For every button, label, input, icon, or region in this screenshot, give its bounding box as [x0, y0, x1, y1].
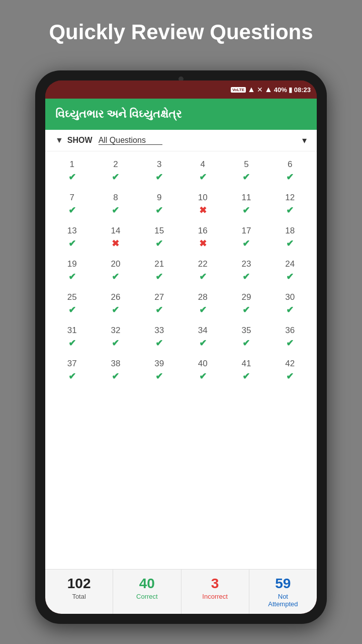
- chevron-down-icon: ▾: [302, 135, 307, 146]
- not-attempted-label: Not Attempted: [268, 593, 298, 608]
- question-number: 11: [242, 193, 251, 203]
- check-icon: ✔: [155, 338, 163, 349]
- check-icon: ✔: [155, 371, 163, 382]
- question-number: 14: [111, 226, 121, 236]
- check-icon: ✔: [112, 338, 119, 349]
- question-number: 16: [198, 226, 208, 236]
- question-cell-24[interactable]: 24✔: [268, 255, 312, 286]
- check-icon: ✔: [242, 338, 250, 349]
- check-icon: ✔: [242, 371, 250, 382]
- question-number: 2: [113, 159, 118, 170]
- question-number: 22: [198, 259, 208, 269]
- question-cell-41[interactable]: 41✔: [225, 355, 268, 386]
- check-icon: ✔: [199, 172, 207, 183]
- question-cell-15[interactable]: 15✔: [137, 222, 181, 253]
- check-icon: ✔: [68, 371, 76, 382]
- cross-icon: ✖: [199, 238, 207, 249]
- question-number: 38: [111, 359, 121, 369]
- grid-row: 19✔20✔21✔22✔23✔24✔: [50, 255, 312, 286]
- check-icon: ✔: [199, 371, 207, 382]
- question-cell-3[interactable]: 3✔: [137, 155, 181, 187]
- check-icon: ✔: [155, 172, 163, 183]
- question-number: 1: [70, 159, 74, 170]
- question-cell-9[interactable]: 9✔: [137, 189, 181, 220]
- question-cell-20[interactable]: 20✔: [94, 255, 138, 286]
- question-cell-10[interactable]: 10✖: [181, 189, 225, 220]
- question-number: 42: [285, 359, 295, 369]
- question-cell-31[interactable]: 31✔: [50, 321, 94, 353]
- question-cell-30[interactable]: 30✔: [268, 288, 312, 319]
- question-cell-12[interactable]: 12✔: [268, 189, 312, 220]
- question-number: 31: [67, 326, 77, 336]
- cross-icon: ✖: [199, 205, 207, 216]
- question-cell-39[interactable]: 39✔: [137, 355, 181, 386]
- question-number: 23: [242, 259, 251, 269]
- question-number: 15: [154, 226, 164, 236]
- question-cell-17[interactable]: 17✔: [225, 222, 268, 253]
- question-cell-28[interactable]: 28✔: [181, 288, 225, 319]
- incorrect-count: 3: [211, 576, 219, 592]
- question-cell-1[interactable]: 1✔: [50, 155, 94, 187]
- question-cell-19[interactable]: 19✔: [50, 255, 94, 286]
- signal-x-icon: ✕: [257, 86, 263, 94]
- status-bar: VoLTE ▲ ✕ ▲ 40% ▮ 08:23: [45, 80, 317, 99]
- question-cell-7[interactable]: 7✔: [50, 189, 94, 220]
- question-number: 39: [154, 359, 164, 369]
- question-cell-14[interactable]: 14✖: [94, 222, 138, 253]
- question-cell-25[interactable]: 25✔: [50, 288, 94, 319]
- summary-bar: 102 Total 40 Correct 3 Incorrect 59 Not …: [45, 569, 317, 614]
- question-number: 5: [244, 159, 248, 170]
- question-cell-32[interactable]: 32✔: [94, 321, 138, 353]
- question-cell-11[interactable]: 11✔: [225, 189, 268, 220]
- question-cell-27[interactable]: 27✔: [137, 288, 181, 319]
- question-cell-36[interactable]: 36✔: [268, 321, 312, 353]
- question-cell-4[interactable]: 4✔: [181, 155, 225, 187]
- question-cell-37[interactable]: 37✔: [50, 355, 94, 386]
- question-number: 29: [242, 292, 251, 302]
- question-cell-13[interactable]: 13✔: [50, 222, 94, 253]
- question-cell-18[interactable]: 18✔: [268, 222, 312, 253]
- check-icon: ✔: [112, 172, 119, 183]
- grid-row: 7✔8✔9✔10✖11✔12✔: [50, 189, 312, 220]
- question-cell-5[interactable]: 5✔: [225, 155, 268, 187]
- question-number: 17: [242, 226, 251, 236]
- app-header-title: વિઘ્યુતભાર અને વિઘ્યુતક્ષેત્ર: [55, 108, 307, 121]
- question-number: 28: [198, 292, 208, 302]
- not-attempted-summary: 59 Not Attempted: [249, 570, 317, 614]
- question-cell-33[interactable]: 33✔: [137, 321, 181, 353]
- question-cell-2[interactable]: 2✔: [94, 155, 138, 187]
- check-icon: ✔: [242, 172, 250, 183]
- check-icon: ✔: [68, 238, 76, 249]
- cross-icon: ✖: [112, 238, 119, 249]
- question-cell-23[interactable]: 23✔: [225, 255, 268, 286]
- check-icon: ✔: [242, 205, 250, 216]
- check-icon: ✔: [199, 271, 207, 282]
- question-cell-29[interactable]: 29✔: [225, 288, 268, 319]
- check-icon: ✔: [68, 271, 76, 282]
- check-icon: ✔: [155, 205, 163, 216]
- question-cell-21[interactable]: 21✔: [137, 255, 181, 286]
- total-count: 102: [67, 576, 91, 592]
- question-cell-35[interactable]: 35✔: [225, 321, 268, 353]
- question-cell-8[interactable]: 8✔: [94, 189, 138, 220]
- question-number: 36: [285, 326, 295, 336]
- question-cell-22[interactable]: 22✔: [181, 255, 225, 286]
- question-cell-40[interactable]: 40✔: [181, 355, 225, 386]
- question-cell-42[interactable]: 42✔: [268, 355, 312, 386]
- check-icon: ✔: [199, 304, 207, 315]
- question-cell-34[interactable]: 34✔: [181, 321, 225, 353]
- check-icon: ✔: [68, 304, 76, 315]
- phone-frame: VoLTE ▲ ✕ ▲ 40% ▮ 08:23 વિઘ્યુતભાર અને વ…: [35, 70, 327, 624]
- questions-filter-dropdown[interactable]: All Questions Correct Incorrect Not Atte…: [99, 136, 162, 145]
- battery-icon: ▮: [289, 86, 293, 94]
- question-number: 13: [67, 226, 77, 236]
- question-number: 40: [198, 359, 208, 369]
- grid-row: 13✔14✖15✔16✖17✔18✔: [50, 222, 312, 253]
- dropdown-wrapper[interactable]: All Questions Correct Incorrect Not Atte…: [99, 136, 307, 145]
- question-cell-26[interactable]: 26✔: [94, 288, 138, 319]
- question-cell-38[interactable]: 38✔: [94, 355, 138, 386]
- question-cell-16[interactable]: 16✖: [181, 222, 225, 253]
- question-cell-6[interactable]: 6✔: [268, 155, 312, 187]
- question-number: 21: [154, 259, 164, 269]
- content-area: ▼ SHOW All Questions Correct Incorrect N…: [45, 130, 317, 614]
